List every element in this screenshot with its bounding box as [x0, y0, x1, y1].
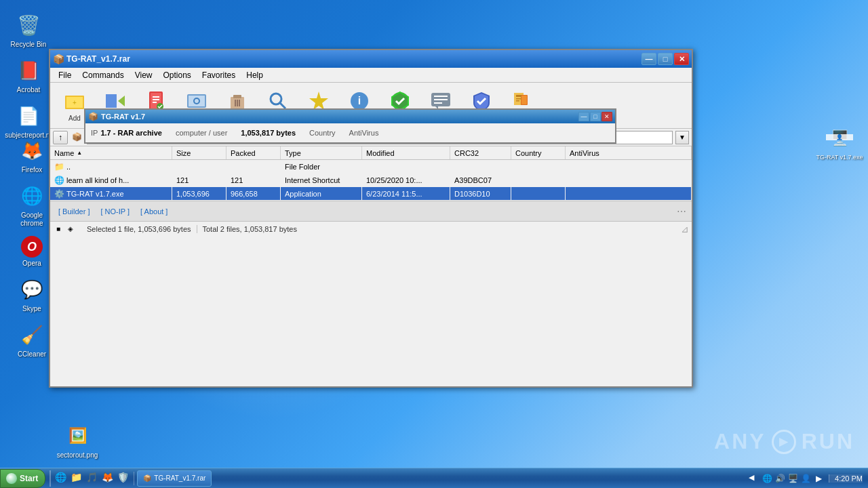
path-dropdown-button[interactable]: ▼: [675, 131, 689, 144]
close-button[interactable]: ✕: [674, 53, 689, 65]
path-up-button[interactable]: ↑: [53, 131, 68, 144]
col-packed[interactable]: Packed: [226, 146, 281, 159]
tray-user-icon[interactable]: 👤: [800, 473, 811, 484]
quicklaunch-media[interactable]: 🎵: [86, 472, 100, 485]
file-name: ..: [66, 163, 71, 171]
status-resize-handle[interactable]: ⊿: [681, 224, 689, 235]
anyrun-watermark: ANY ▶ RUN: [714, 429, 854, 454]
tray-display-icon[interactable]: 🖥️: [787, 473, 798, 484]
table-row[interactable]: 📁 .. File Folder: [50, 160, 692, 174]
taskbar-item-label: TG-RAT_v1.7.rar: [154, 474, 205, 482]
status-bar: ■ ◈ Selected 1 file, 1,053,696 bytes Tot…: [50, 221, 692, 236]
col-name-label: Name: [54, 149, 74, 157]
quicklaunch-shield[interactable]: 🛡️: [117, 472, 131, 485]
ccleaner-label: CCleaner: [18, 350, 46, 359]
clock-time: 4:20 PM: [835, 474, 863, 483]
file-modified-cell: [362, 160, 450, 173]
resize-handle[interactable]: ⋯: [677, 206, 686, 217]
file-crc-cell: [450, 160, 511, 173]
file-type-cell: Application: [281, 187, 362, 200]
menu-commands[interactable]: Commands: [77, 69, 129, 81]
file-name-cell: ⚙️ TG-RAT v1.7.exe: [50, 187, 172, 200]
winrar-icon: 📦: [53, 54, 64, 64]
file-av-cell: [566, 174, 692, 186]
svg-rect-36: [521, 96, 527, 104]
desktop-icon-tg-rat[interactable]: 🖥️ 👤 TG-RAT v1.7.exe: [816, 122, 863, 164]
file-packed-cell: 966,658: [226, 187, 281, 200]
file-crc-cell: D1036D10: [450, 187, 511, 200]
tray-arrow2-icon[interactable]: ▶: [813, 473, 824, 484]
add-icon: +: [62, 89, 87, 113]
info-maximize-button[interactable]: □: [590, 112, 601, 121]
col-crc32-label: CRC32: [454, 149, 479, 157]
ip-label: IP: [91, 129, 98, 137]
col-antivirus[interactable]: AntiVirus: [566, 146, 692, 159]
col-country-label: Country: [515, 149, 542, 157]
taskbar-clock[interactable]: 4:20 PM: [829, 474, 863, 483]
ip-value: 1.7 - RAR archive: [100, 129, 161, 137]
desktop-icon-opera[interactable]: O Opera: [9, 233, 55, 270]
anyrun-run-text: RUN: [802, 429, 854, 454]
status-icons: ■ ◈: [53, 224, 76, 235]
minimize-button[interactable]: —: [642, 53, 656, 65]
menu-options[interactable]: View: [130, 69, 158, 81]
firefox-label: Firefox: [22, 166, 43, 174]
quicklaunch-folder[interactable]: 📁: [71, 472, 84, 485]
col-modified[interactable]: Modified: [362, 146, 450, 159]
builder-link[interactable]: [ Builder ]: [56, 206, 92, 217]
info-minimize-button[interactable]: —: [578, 112, 589, 121]
info-field-antivirus: AntiVirus: [349, 129, 379, 137]
menu-file[interactable]: File: [53, 69, 77, 81]
info-title-icon: 📦: [88, 112, 98, 121]
quicklaunch-firefox[interactable]: 🦊: [102, 472, 115, 485]
col-size[interactable]: Size: [172, 146, 226, 159]
status-icon-1: ■: [53, 224, 64, 235]
sort-asc-icon: ▲: [77, 150, 82, 156]
menu-favorites[interactable]: Favorites: [197, 69, 241, 81]
desktop-icons-bottom-files: 🖼️ sectorout.png: [54, 420, 100, 462]
winrar-window: 📦 TG-RAT_v1.7.rar — □ ✕ File Commands Vi…: [49, 49, 693, 388]
file-modified-cell: 10/25/2020 10:...: [362, 174, 450, 186]
file-av-cell: [566, 187, 692, 200]
window-controls: — □ ✕: [642, 53, 689, 65]
file-type-cell: Internet Shortcut: [281, 174, 362, 186]
file-packed-cell: 121: [226, 174, 281, 186]
tray-arrow-icon[interactable]: ◀: [749, 473, 760, 484]
file-size-cell: [172, 160, 226, 173]
col-country[interactable]: Country: [511, 146, 566, 159]
maximize-button[interactable]: □: [658, 53, 673, 65]
size-value: 1,053,817 bytes: [241, 129, 296, 137]
desktop-icon-skype[interactable]: 💬 Skype: [9, 273, 55, 316]
rar-path-icon: 📦: [72, 132, 83, 143]
start-button[interactable]: Start: [0, 469, 45, 488]
svg-marker-24: [309, 92, 328, 110]
table-row[interactable]: ⚙️ TG-RAT v1.7.exe 1,053,696 966,658 App…: [50, 187, 692, 201]
about-link[interactable]: [ About ]: [138, 206, 170, 217]
tray-network-icon[interactable]: 🌐: [762, 473, 772, 484]
status-total-text: Total 2 files, 1,053,817 bytes: [197, 225, 302, 233]
tray-volume-icon[interactable]: 🔊: [774, 473, 785, 484]
taskbar-winrar-item[interactable]: 📦 TG-RAT_v1.7.rar: [137, 470, 212, 487]
menu-view[interactable]: Options: [158, 69, 197, 81]
noip-link[interactable]: [ NO-IP ]: [98, 206, 132, 217]
info-overlay-controls: — □ ✕: [578, 112, 612, 121]
shortcut-icon: 🌐: [54, 176, 64, 185]
desktop-icon-chrome[interactable]: 🌐 Google chrome: [9, 180, 55, 230]
svg-rect-38: [516, 98, 521, 100]
desktop-icon-ccleaner[interactable]: 🧹 CCleaner: [9, 319, 55, 361]
desktop-icon-firefox[interactable]: 🦊 Firefox: [9, 134, 55, 177]
file-crc-cell: A39DBC07: [450, 174, 511, 186]
info-close-button[interactable]: ✕: [601, 112, 612, 121]
desktop-icon-recycle-bin[interactable]: 🗑️ Recycle Bin: [5, 9, 52, 52]
table-row[interactable]: 🌐 learn all kind of h... 121 121 Interne…: [50, 174, 692, 187]
menu-help[interactable]: Help: [241, 69, 269, 81]
anyrun-text: ANY: [714, 429, 766, 454]
col-type[interactable]: Type: [281, 146, 362, 159]
desktop-icon-sectorout[interactable]: 🖼️ sectorout.png: [54, 420, 100, 462]
col-type-label: Type: [285, 149, 301, 157]
col-name[interactable]: Name ▲: [50, 146, 172, 159]
col-crc32[interactable]: CRC32: [450, 146, 511, 159]
desktop-icon-acrobat[interactable]: 📕 Acrobat: [5, 54, 52, 97]
quicklaunch-ie[interactable]: 🌐: [55, 472, 68, 485]
recycle-bin-label: Recycle Bin: [11, 41, 47, 49]
